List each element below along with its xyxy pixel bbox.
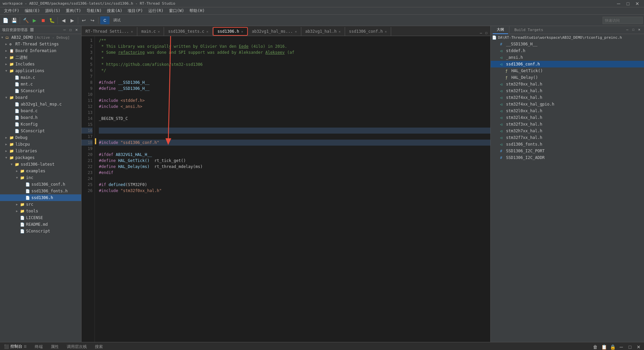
- outline-item-stm32h7[interactable]: ◁ stm32h7xx_hal.h: [491, 128, 644, 134]
- bottom-scroll-lock[interactable]: 🔒: [609, 343, 617, 350]
- editor-min-button[interactable]: ─: [478, 30, 484, 36]
- tab-ab32vg1halh[interactable]: ab32vg1_hal.h ✕: [301, 27, 345, 36]
- bottom-tab-console[interactable]: ⬛ 控制台 ☰: [1, 342, 29, 350]
- outline-item-stm32f4gpio[interactable]: ◁ stm32f4xx_hal_gpio.h: [491, 101, 644, 108]
- close-button[interactable]: ✕: [633, 0, 641, 8]
- menu-run[interactable]: 运行(R): [146, 7, 166, 14]
- tab-close[interactable]: ✕: [295, 30, 297, 33]
- menu-search[interactable]: 搜索(A): [104, 7, 125, 14]
- tree-item-rtsettings[interactable]: ▶ ⚙ RT-Thread Settings: [0, 41, 81, 47]
- panel-collapse[interactable]: ─: [62, 27, 67, 33]
- quick-access-input[interactable]: [603, 17, 643, 24]
- toolbar-perspective-c[interactable]: C: [100, 16, 110, 24]
- tree-item-libcpu[interactable]: ▶ 📁 libcpu: [0, 141, 81, 148]
- toolbar-stop[interactable]: ⏹: [39, 16, 47, 24]
- outline-item-i2caddr[interactable]: # SSD1306_I2C_ADDR: [491, 154, 644, 161]
- bottom-close-btn[interactable]: ✕: [635, 343, 643, 350]
- code-content[interactable]: ▶ /** * This Library was originally writ…: [95, 36, 490, 342]
- tree-item-kconfig[interactable]: 📄 Kconfig: [0, 121, 81, 128]
- outline-item-stm32l4[interactable]: ◁ stm32l4xx_hal.h: [491, 114, 644, 121]
- outline-item-ssd1306fonts[interactable]: ◁ ssd1306_fonts.h: [491, 141, 644, 148]
- tree-item-includes[interactable]: ▶ 📁 Includes: [0, 61, 81, 67]
- tab-close[interactable]: ✕: [206, 30, 208, 33]
- toolbar-redo[interactable]: ↪: [89, 16, 97, 24]
- toolbar-back[interactable]: ◀: [59, 16, 67, 24]
- menu-refactor[interactable]: 重构(T): [63, 7, 84, 14]
- bottom-tab-callstack[interactable]: 调用层次栈: [64, 343, 90, 350]
- menu-help[interactable]: 帮助(H): [187, 7, 207, 14]
- tree-item-mntc[interactable]: 📄 mnt.c: [0, 81, 81, 88]
- tab-ssd1306h[interactable]: ssd1306.h ✕: [213, 27, 248, 36]
- tree-item-ssd1306confh[interactable]: 📄 ssd1306_conf.h: [0, 181, 81, 188]
- tree-item-binary[interactable]: ▶ 📁 二进制: [0, 54, 81, 61]
- menu-edit[interactable]: 编辑(E): [22, 7, 43, 14]
- outline-item-path[interactable]: 📄 DA\RT-ThreadStudio\workspace\AB32_DEMO…: [491, 34, 644, 41]
- tree-item-ab32demo[interactable]: ▼ 🗂 AB32_DEMO [Active - Debug]: [0, 34, 81, 41]
- tab-mainc[interactable]: main.c ✕: [137, 27, 164, 36]
- tab-ssd1306tests[interactable]: ssd1306_tests.c ✕: [164, 27, 212, 36]
- tree-item-applications[interactable]: ▼ 📁 applications: [0, 67, 81, 74]
- bottom-tab-properties[interactable]: 属性: [48, 343, 61, 350]
- bottom-tab-terminal[interactable]: 终端: [32, 343, 45, 350]
- toolbar-undo[interactable]: ↩: [80, 16, 88, 24]
- tree-item-libraries[interactable]: ▶ 📁 libraries: [0, 148, 81, 154]
- code-editor[interactable]: 1 2 3 4 5 6 7 8 9 10 11 12 13 14 15 16 1…: [82, 36, 490, 342]
- outline-item-halGettick[interactable]: ƒ HAL_GetTick(): [491, 67, 644, 74]
- tree-item-sconscript3[interactable]: 📄 SConscript: [0, 228, 81, 234]
- outline-item-ansih[interactable]: ◁ _ansi.h: [491, 54, 644, 61]
- tab-ab32vg1halms[interactable]: ab32vg1_hal_ms... ✕: [248, 27, 301, 36]
- tree-item-ssd1306h[interactable]: 📄 ssd1306.h: [0, 194, 81, 201]
- rp-tab-build[interactable]: Build Targets: [510, 26, 547, 33]
- tree-item-src[interactable]: ▶ 📁 src: [0, 201, 81, 208]
- minimize-button[interactable]: ─: [615, 0, 623, 8]
- toolbar-forward[interactable]: ▶: [68, 16, 76, 24]
- menu-nav[interactable]: 导航(N): [84, 7, 105, 14]
- menu-window[interactable]: 窗口(W): [166, 7, 187, 14]
- bottom-clear-btn[interactable]: 🗑: [591, 343, 599, 350]
- toolbar-new[interactable]: 📄: [1, 16, 9, 24]
- outline-item-stm32f1[interactable]: ◁ stm32f1xx_hal.h: [491, 88, 644, 94]
- tab-close[interactable]: ✕: [131, 30, 133, 33]
- outline-item-stm32f0[interactable]: ◁ stm32f0xx_hal.h: [491, 81, 644, 88]
- tree-item-license[interactable]: 📄 LICENSE: [0, 214, 81, 221]
- menu-source[interactable]: 源码(S): [42, 7, 63, 14]
- bottom-max-btn[interactable]: □: [626, 343, 634, 350]
- panel-max[interactable]: □: [68, 27, 73, 33]
- toolbar-build[interactable]: 🔨: [22, 16, 30, 24]
- tree-item-ssd1306fontsh[interactable]: 📄 ssd1306_fonts.h: [0, 188, 81, 194]
- tab-rtthread-settings[interactable]: RT-Thread Setti... ✕: [82, 27, 137, 36]
- tab-close[interactable]: ✕: [385, 30, 387, 33]
- outline-item-i2cport[interactable]: # SSD1306_I2C_PORT: [491, 148, 644, 154]
- tree-item-sconscript2[interactable]: 📄 SConscript: [0, 128, 81, 134]
- rp-min-btn[interactable]: ─: [625, 27, 630, 32]
- tree-item-debug[interactable]: ▶ 📁 Debug: [0, 134, 81, 141]
- toolbar-debug[interactable]: 🐛: [48, 16, 56, 24]
- menu-file[interactable]: 文件(F): [1, 7, 22, 14]
- rp-tab-outline[interactable]: 大纲: [493, 26, 508, 34]
- tree-item-boardinfo[interactable]: ▶ 📋 Board Information: [0, 47, 81, 54]
- bottom-copy-btn[interactable]: 📋: [600, 343, 608, 350]
- outline-item-stm32f3[interactable]: ◁ stm32f3xx_hal.h: [491, 121, 644, 128]
- outline-item-halDelay[interactable]: ƒ HAL_Delay(): [491, 74, 644, 81]
- panel-close[interactable]: ✕: [74, 27, 79, 33]
- outline-item-stm32f4[interactable]: ◁ stm32f4xx_hal.h: [491, 94, 644, 101]
- toolbar-run[interactable]: ▶: [30, 16, 38, 24]
- tab-ssd1306confh[interactable]: ssd1306_conf.h ✕: [345, 27, 391, 36]
- tab-close[interactable]: ✕: [339, 30, 341, 33]
- tree-item-inc[interactable]: ▼ 📁 inc: [0, 174, 81, 181]
- outline-item-stddefh[interactable]: ◁ stddef.h: [491, 47, 644, 54]
- tree-item-packages[interactable]: ▼ 📁 packages: [0, 154, 81, 161]
- tab-close[interactable]: ✕: [241, 30, 243, 33]
- rp-max-btn[interactable]: □: [631, 27, 636, 32]
- tree-item-board[interactable]: ▼ 📁 board: [0, 94, 81, 101]
- tree-item-examples[interactable]: ▶ 📁 examples: [0, 168, 81, 174]
- bottom-tab-search[interactable]: 搜索: [92, 343, 106, 350]
- tree-item-tools[interactable]: ▶ 📁 tools: [0, 208, 81, 214]
- tab-close[interactable]: ✕: [158, 30, 160, 33]
- tree-item-ssd1306latest[interactable]: ▼ 📁 ssd1306-latest: [0, 161, 81, 168]
- tree-item-boardc[interactable]: 📄 board.c: [0, 108, 81, 114]
- menu-project[interactable]: 项目(P): [125, 7, 146, 14]
- outline-item-ssd1306h-def[interactable]: # __SSD1306_H__: [491, 41, 644, 47]
- outline-item-stm32l0[interactable]: ◁ stm32l0xx_hal.h: [491, 108, 644, 114]
- bottom-min-btn[interactable]: ─: [617, 343, 625, 350]
